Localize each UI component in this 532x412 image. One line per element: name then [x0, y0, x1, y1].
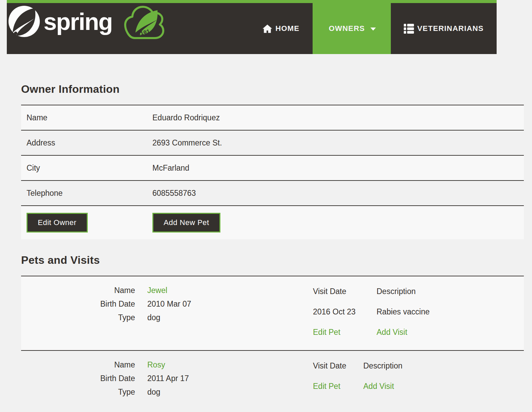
pet-birth-date-value: 2010 Mar 07 — [147, 297, 306, 311]
visit-description-value: Rabies vaccine — [377, 307, 430, 327]
owner-field-value: 2693 Commerce St. — [147, 130, 524, 155]
owner-actions-row: Edit Owner Add New Pet — [21, 206, 524, 239]
add-new-pet-button[interactable]: Add New Pet — [152, 213, 220, 233]
pet-birth-date-label: Birth Date — [21, 372, 135, 385]
home-icon — [263, 24, 272, 33]
visit-description-header: Description — [363, 361, 402, 381]
chevron-down-icon — [370, 28, 376, 31]
nav-item-label: HOME — [276, 24, 300, 33]
pet-name-label: Name — [21, 284, 135, 297]
nav-item-home[interactable]: HOME — [250, 0, 313, 54]
visit-date-header: Visit Date — [313, 361, 363, 381]
nav-item-label: VETERINARIANS — [417, 24, 484, 33]
table-row: City McFarland — [21, 155, 524, 181]
visit-row: 2016 Oct 23 Rabies vaccine — [313, 307, 430, 327]
pet-type-value: dog — [147, 385, 306, 399]
spring-cloud-icon: 0101 — [125, 7, 163, 38]
table-row: Telephone 6085558763 — [21, 181, 524, 206]
owner-field-label: Telephone — [21, 181, 147, 206]
pet-type-value: dog — [147, 311, 306, 324]
pet-row: Name Rosy Birth Date 2011 Apr 17 Type do… — [21, 350, 524, 412]
owner-information-title: Owner Information — [21, 83, 524, 95]
table-row: Address 2693 Commerce St. — [21, 130, 524, 155]
owner-field-value: 6085558763 — [147, 181, 524, 206]
owner-field-label: City — [21, 155, 147, 181]
spring-logo-graphic: spring 0101 — [7, 4, 167, 44]
pet-birth-date-label: Birth Date — [21, 297, 135, 311]
pet-row: Name Jewel Birth Date 2010 Mar 07 Type d… — [21, 276, 524, 350]
pets-and-visits-title: Pets and Visits — [21, 254, 524, 266]
nav-item-veterinarians[interactable]: VETERINARIANS — [391, 0, 497, 54]
main-nav: HOME OWNERS VETERINARIANS — [250, 0, 497, 54]
pet-birth-date-value: 2011 Apr 17 — [147, 372, 306, 385]
nav-item-label: OWNERS — [329, 24, 365, 33]
add-visit-link[interactable]: Add Visit — [363, 382, 394, 391]
edit-owner-button[interactable]: Edit Owner — [27, 213, 88, 233]
brand-logo[interactable]: spring 0101 — [7, 4, 167, 45]
edit-pet-link[interactable]: Edit Pet — [313, 328, 340, 337]
spring-leaf-circle-icon — [9, 6, 40, 37]
visit-description-header: Description — [377, 287, 430, 307]
visit-date-value: 2016 Oct 23 — [313, 307, 377, 327]
visits-table: Visit Date Description 2016 Oct 23 Rabie… — [313, 287, 430, 348]
brand-text: spring — [44, 8, 112, 35]
pet-name-label: Name — [21, 358, 135, 372]
owner-field-value: Eduardo Rodriquez — [147, 105, 524, 130]
owner-information-table: Name Eduardo Rodriquez Address 2693 Comm… — [21, 105, 524, 239]
visit-date-header: Visit Date — [313, 287, 377, 307]
pets-table: Name Jewel Birth Date 2010 Mar 07 Type d… — [21, 276, 524, 412]
owner-field-label: Address — [21, 130, 147, 155]
pet-type-label: Type — [21, 385, 135, 399]
nav-item-owners[interactable]: OWNERS — [313, 0, 391, 54]
pet-name-link[interactable]: Rosy — [147, 360, 165, 369]
owner-field-value: McFarland — [147, 155, 524, 181]
add-visit-link[interactable]: Add Visit — [377, 328, 407, 337]
owner-field-label: Name — [21, 105, 147, 130]
list-icon — [404, 24, 414, 34]
visits-table: Visit Date Description Edit Pet Add Visi… — [313, 361, 402, 402]
navbar: spring 0101 HOME OWNERS — [7, 0, 497, 54]
main-content: Owner Information Name Eduardo Rodriquez… — [21, 54, 524, 412]
pet-type-label: Type — [21, 311, 135, 324]
pet-info: Name Rosy Birth Date 2011 Apr 17 Type do… — [21, 351, 306, 412]
pet-name-link[interactable]: Jewel — [147, 286, 167, 295]
pet-info: Name Jewel Birth Date 2010 Mar 07 Type d… — [21, 276, 306, 350]
edit-pet-link[interactable]: Edit Pet — [313, 382, 340, 391]
table-row: Name Eduardo Rodriquez — [21, 105, 524, 130]
